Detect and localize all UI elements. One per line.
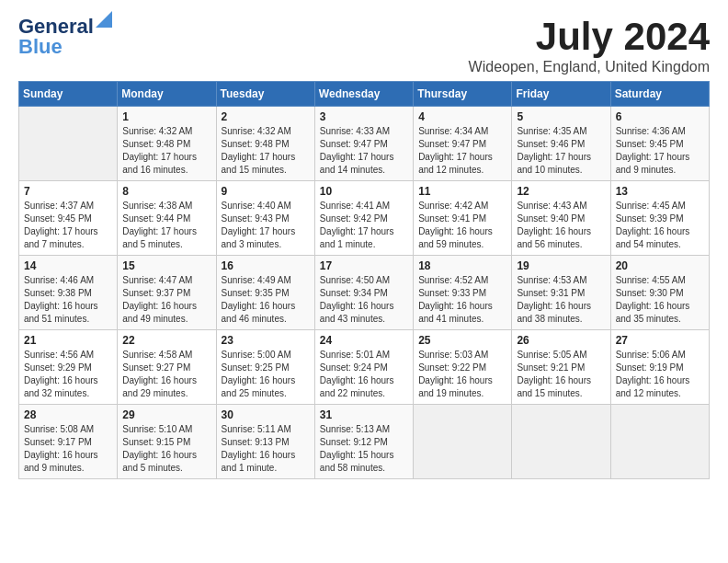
day-cell: 20Sunrise: 4:55 AM Sunset: 9:30 PM Dayli… (610, 256, 709, 330)
week-row-3: 14Sunrise: 4:46 AM Sunset: 9:38 PM Dayli… (19, 256, 710, 330)
day-number: 10 (320, 185, 408, 198)
day-cell: 1Sunrise: 4:32 AM Sunset: 9:48 PM Daylig… (118, 107, 216, 181)
day-content: Sunrise: 4:32 AM Sunset: 9:48 PM Dayligh… (222, 125, 310, 177)
day-cell: 18Sunrise: 4:52 AM Sunset: 9:33 PM Dayli… (414, 256, 512, 330)
page-header: General Blue July 2024 Wideopen, England… (18, 15, 710, 75)
day-number: 27 (616, 334, 704, 347)
day-content: Sunrise: 5:03 AM Sunset: 9:22 PM Dayligh… (418, 349, 506, 400)
day-number: 23 (222, 334, 310, 347)
day-cell: 31Sunrise: 5:13 AM Sunset: 9:12 PM Dayli… (314, 405, 413, 479)
day-number: 12 (517, 185, 605, 198)
day-number: 19 (517, 259, 605, 272)
day-content: Sunrise: 4:41 AM Sunset: 9:42 PM Dayligh… (320, 200, 408, 251)
day-cell (414, 405, 512, 479)
day-content: Sunrise: 4:40 AM Sunset: 9:43 PM Dayligh… (222, 200, 310, 251)
day-cell: 5Sunrise: 4:35 AM Sunset: 9:46 PM Daylig… (512, 107, 610, 181)
day-cell: 27Sunrise: 5:06 AM Sunset: 9:19 PM Dayli… (610, 330, 709, 405)
day-cell: 7Sunrise: 4:37 AM Sunset: 9:45 PM Daylig… (19, 181, 118, 256)
day-content: Sunrise: 5:00 AM Sunset: 9:25 PM Dayligh… (222, 349, 310, 400)
day-content: Sunrise: 4:43 AM Sunset: 9:40 PM Dayligh… (517, 200, 605, 251)
day-number: 22 (122, 334, 210, 347)
day-cell (19, 107, 118, 181)
day-cell: 30Sunrise: 5:11 AM Sunset: 9:13 PM Dayli… (216, 405, 314, 479)
day-number: 2 (222, 110, 310, 123)
day-number: 28 (24, 408, 112, 421)
day-number: 15 (122, 259, 210, 272)
day-cell: 26Sunrise: 5:05 AM Sunset: 9:21 PM Dayli… (512, 330, 610, 405)
day-content: Sunrise: 4:33 AM Sunset: 9:47 PM Dayligh… (320, 125, 408, 177)
logo-general: General (18, 15, 94, 38)
day-number: 1 (122, 110, 210, 123)
day-cell: 23Sunrise: 5:00 AM Sunset: 9:25 PM Dayli… (216, 330, 314, 405)
header-friday: Friday (512, 82, 610, 107)
day-content: Sunrise: 4:52 AM Sunset: 9:33 PM Dayligh… (418, 274, 506, 326)
logo-arrow-icon (96, 11, 112, 28)
day-cell: 8Sunrise: 4:38 AM Sunset: 9:44 PM Daylig… (118, 181, 216, 256)
month-year-title: July 2024 (469, 15, 710, 59)
day-content: Sunrise: 5:13 AM Sunset: 9:12 PM Dayligh… (320, 423, 408, 475)
day-content: Sunrise: 5:11 AM Sunset: 9:13 PM Dayligh… (222, 423, 310, 475)
day-content: Sunrise: 4:42 AM Sunset: 9:41 PM Dayligh… (418, 200, 506, 251)
day-cell: 12Sunrise: 4:43 AM Sunset: 9:40 PM Dayli… (512, 181, 610, 256)
day-cell: 28Sunrise: 5:08 AM Sunset: 9:17 PM Dayli… (19, 405, 118, 479)
day-content: Sunrise: 4:34 AM Sunset: 9:47 PM Dayligh… (418, 125, 506, 177)
day-number: 31 (320, 408, 408, 421)
day-number: 4 (418, 110, 506, 123)
day-cell: 16Sunrise: 4:49 AM Sunset: 9:35 PM Dayli… (216, 256, 314, 330)
day-content: Sunrise: 4:35 AM Sunset: 9:46 PM Dayligh… (517, 125, 605, 177)
day-cell: 10Sunrise: 4:41 AM Sunset: 9:42 PM Dayli… (314, 181, 413, 256)
day-cell: 19Sunrise: 4:53 AM Sunset: 9:31 PM Dayli… (512, 256, 610, 330)
day-cell: 29Sunrise: 5:10 AM Sunset: 9:15 PM Dayli… (118, 405, 216, 479)
day-cell: 4Sunrise: 4:34 AM Sunset: 9:47 PM Daylig… (414, 107, 512, 181)
header-monday: Monday (118, 82, 216, 107)
day-content: Sunrise: 5:08 AM Sunset: 9:17 PM Dayligh… (24, 423, 112, 475)
day-number: 3 (320, 110, 408, 123)
day-content: Sunrise: 4:55 AM Sunset: 9:30 PM Dayligh… (616, 274, 704, 326)
title-block: July 2024 Wideopen, England, United King… (469, 15, 710, 75)
day-cell: 9Sunrise: 4:40 AM Sunset: 9:43 PM Daylig… (216, 181, 314, 256)
day-cell: 6Sunrise: 4:36 AM Sunset: 9:45 PM Daylig… (610, 107, 709, 181)
day-cell: 11Sunrise: 4:42 AM Sunset: 9:41 PM Dayli… (414, 181, 512, 256)
day-content: Sunrise: 5:01 AM Sunset: 9:24 PM Dayligh… (320, 349, 408, 400)
day-number: 17 (320, 259, 408, 272)
header-tuesday: Tuesday (216, 82, 314, 107)
day-number: 30 (222, 408, 310, 421)
day-number: 29 (122, 408, 210, 421)
day-content: Sunrise: 4:36 AM Sunset: 9:45 PM Dayligh… (616, 125, 704, 177)
day-cell: 25Sunrise: 5:03 AM Sunset: 9:22 PM Dayli… (414, 330, 512, 405)
day-number: 24 (320, 334, 408, 347)
day-number: 14 (24, 259, 112, 272)
day-number: 7 (24, 185, 112, 198)
week-row-5: 28Sunrise: 5:08 AM Sunset: 9:17 PM Dayli… (19, 405, 710, 479)
day-cell: 2Sunrise: 4:32 AM Sunset: 9:48 PM Daylig… (216, 107, 314, 181)
day-number: 25 (418, 334, 506, 347)
day-cell: 15Sunrise: 4:47 AM Sunset: 9:37 PM Dayli… (118, 256, 216, 330)
day-cell: 21Sunrise: 4:56 AM Sunset: 9:29 PM Dayli… (19, 330, 118, 405)
day-cell (610, 405, 709, 479)
svg-marker-0 (96, 11, 112, 28)
week-row-4: 21Sunrise: 4:56 AM Sunset: 9:29 PM Dayli… (19, 330, 710, 405)
day-content: Sunrise: 4:37 AM Sunset: 9:45 PM Dayligh… (24, 200, 112, 251)
day-content: Sunrise: 4:49 AM Sunset: 9:35 PM Dayligh… (222, 274, 310, 326)
day-content: Sunrise: 4:47 AM Sunset: 9:37 PM Dayligh… (122, 274, 210, 326)
day-cell: 22Sunrise: 4:58 AM Sunset: 9:27 PM Dayli… (118, 330, 216, 405)
header-sunday: Sunday (19, 82, 118, 107)
day-content: Sunrise: 4:50 AM Sunset: 9:34 PM Dayligh… (320, 274, 408, 326)
day-number: 13 (616, 185, 704, 198)
calendar-table: SundayMondayTuesdayWednesdayThursdayFrid… (18, 81, 710, 479)
header-wednesday: Wednesday (314, 82, 413, 107)
day-cell: 13Sunrise: 4:45 AM Sunset: 9:39 PM Dayli… (610, 181, 709, 256)
day-content: Sunrise: 4:46 AM Sunset: 9:38 PM Dayligh… (24, 274, 112, 326)
day-content: Sunrise: 4:38 AM Sunset: 9:44 PM Dayligh… (122, 200, 210, 251)
day-content: Sunrise: 4:56 AM Sunset: 9:29 PM Dayligh… (24, 349, 112, 400)
day-number: 8 (122, 185, 210, 198)
week-row-2: 7Sunrise: 4:37 AM Sunset: 9:45 PM Daylig… (19, 181, 710, 256)
day-number: 11 (418, 185, 506, 198)
day-cell: 24Sunrise: 5:01 AM Sunset: 9:24 PM Dayli… (314, 330, 413, 405)
day-content: Sunrise: 5:06 AM Sunset: 9:19 PM Dayligh… (616, 349, 704, 400)
header-thursday: Thursday (414, 82, 512, 107)
day-content: Sunrise: 4:58 AM Sunset: 9:27 PM Dayligh… (122, 349, 210, 400)
day-number: 20 (616, 259, 704, 272)
day-content: Sunrise: 4:32 AM Sunset: 9:48 PM Dayligh… (122, 125, 210, 177)
calendar-header-row: SundayMondayTuesdayWednesdayThursdayFrid… (19, 82, 710, 107)
